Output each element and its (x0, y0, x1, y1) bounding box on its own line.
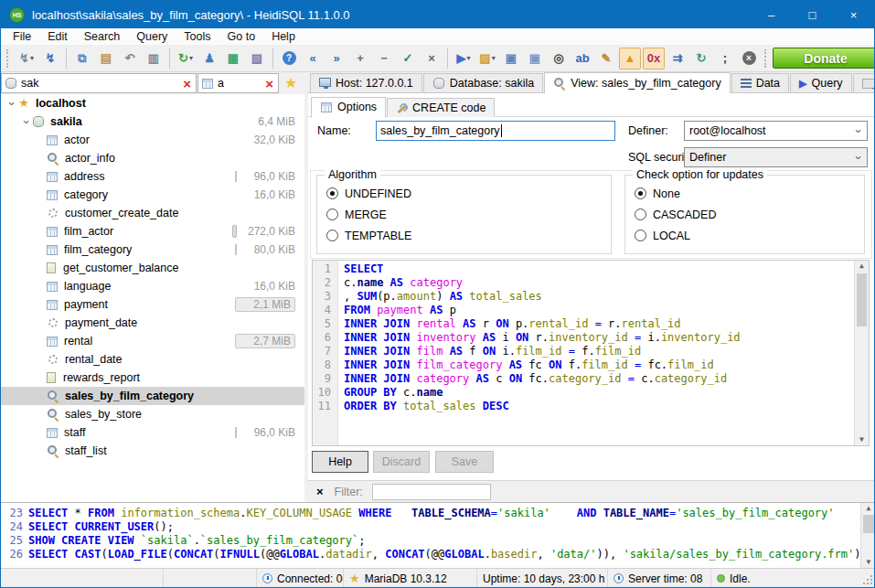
discard-button[interactable]: Discard (373, 451, 430, 473)
radio-undefined[interactable] (326, 187, 338, 199)
load-sql-file-button[interactable]: ▨▾ (476, 48, 498, 69)
last-record-button[interactable]: » (325, 48, 347, 69)
radio-option-temptable[interactable]: TEMPTABLE (326, 229, 611, 242)
tree-node-sakila[interactable]: ›sakila6,4 MiB (1, 112, 304, 131)
radio-merge[interactable] (326, 208, 338, 220)
close-filter-icon[interactable]: × (316, 486, 324, 497)
scroll-down-icon[interactable]: ▼ (855, 434, 869, 445)
insert-record-button[interactable]: + (349, 48, 371, 69)
radio-option-none[interactable]: None (635, 187, 864, 200)
tab-create-code[interactable]: CREATE code (387, 98, 495, 117)
post-changes-button[interactable]: ✓ (397, 48, 419, 69)
minimize-button[interactable]: – (751, 1, 792, 28)
expand-chevron-icon[interactable]: › (6, 98, 18, 109)
title-bar[interactable]: HS localhost\sakila\sales_by_film_catego… (1, 1, 874, 28)
binary-as-hex-button[interactable]: 0x (643, 48, 665, 69)
tab-host-127-0-0-1[interactable]: Host: 127.0.0.1 (310, 73, 422, 92)
session-filter-input[interactable]: sak (17, 77, 181, 90)
menu-file[interactable]: File (5, 29, 39, 44)
tree-node-rental-date[interactable]: rental_date (1, 350, 304, 369)
scroll-up-icon[interactable]: ▲ (855, 261, 869, 272)
tree-node-actor[interactable]: actor32,0 KiB (1, 131, 304, 149)
donate-drag-handle[interactable] (764, 49, 769, 68)
menu-edit[interactable]: Edit (39, 29, 76, 44)
filter-input[interactable] (372, 484, 491, 500)
menu-tools[interactable]: Tools (176, 29, 219, 44)
replace-text-button[interactable]: ab (571, 48, 593, 69)
view-name-input[interactable]: sales_by_film_category (376, 121, 615, 141)
refresh-button[interactable]: ↻▾ (175, 48, 197, 69)
tree-node-staff-list[interactable]: staff_list (1, 442, 304, 460)
delete-record-button[interactable]: − (373, 48, 395, 69)
favorites-star-icon[interactable]: ★ (284, 76, 297, 91)
export-database-button[interactable]: ▦ (222, 48, 244, 69)
print-button[interactable]: ▥ (143, 48, 165, 69)
disconnect-button[interactable]: ↯ (39, 48, 61, 69)
tab-view-sales-by-film-category[interactable]: View: sales_by_film_category (544, 72, 730, 93)
tree-node-address[interactable]: address96,0 KiB (1, 167, 304, 186)
menu-go-to[interactable]: Go to (219, 29, 264, 44)
undo-button[interactable]: ↶ (119, 48, 141, 69)
reconnect-button[interactable]: ↻ (690, 48, 712, 69)
table-filter-box[interactable]: a × (197, 73, 279, 93)
tab-new-session-tab[interactable] (853, 73, 875, 92)
tree-node-localhost[interactable]: ›★localhost (1, 94, 304, 112)
radio-local[interactable] (635, 230, 646, 241)
tab-query[interactable]: ▶Query (790, 73, 852, 92)
resize-grip-handle[interactable] (863, 575, 873, 585)
menu-query[interactable]: Query (128, 29, 176, 44)
tree-node-language[interactable]: language16,0 KiB (1, 277, 304, 295)
bind-parameters-button[interactable]: ⇉ (667, 48, 688, 69)
menu-help[interactable]: Help (263, 29, 304, 44)
close-button[interactable]: × (833, 1, 874, 28)
user-manager-button[interactable]: ♟ (198, 48, 220, 69)
reformat-sql-button[interactable]: ✎ (595, 48, 617, 69)
help-button[interactable]: ? (278, 48, 300, 69)
cancel-editing-button[interactable]: × (421, 48, 443, 69)
save-sql-button[interactable]: ▣ (500, 48, 522, 69)
maximize-button[interactable]: □ (792, 1, 833, 28)
tree-node-film-category[interactable]: film_category80,0 KiB (1, 241, 304, 259)
copy-button[interactable]: ⧉ (71, 48, 93, 69)
radio-option-undefined[interactable]: UNDEFINED (326, 187, 611, 200)
scrollbar-thumb[interactable] (857, 273, 867, 326)
tree-node-rental[interactable]: rental2,7 MiB (1, 332, 304, 350)
toolbar-drag-handle[interactable] (6, 49, 11, 68)
radio-option-merge[interactable]: MERGE (326, 208, 611, 221)
tree-node-category[interactable]: category16,0 KiB (1, 186, 304, 204)
scroll-down-icon[interactable]: ▼ (861, 557, 875, 568)
execute-sql-button[interactable]: ▶▾ (453, 48, 475, 69)
tree-node-rewards-report[interactable]: rewards_report (1, 369, 304, 387)
tree-node-sales-by-store[interactable]: sales_by_store (1, 405, 304, 423)
donate-button[interactable]: Donate (773, 48, 875, 69)
tab-database-sakila[interactable]: Database: sakila (423, 73, 543, 92)
tab-options[interactable]: Options (311, 97, 386, 118)
tree-node-film-actor[interactable]: film_actor272,0 KiB (1, 222, 304, 241)
tree-node-actor-info[interactable]: actor_info (1, 149, 304, 167)
help-button[interactable]: Help (312, 451, 368, 473)
menu-search[interactable]: Search (76, 29, 129, 44)
radio-temptable[interactable] (326, 230, 338, 241)
tree-node-sales-by-film-category[interactable]: sales_by_film_category (1, 387, 304, 405)
stop-query-button[interactable]: × (738, 48, 760, 69)
scrollbar-thumb[interactable] (863, 515, 874, 533)
tree-node-payment-date[interactable]: payment_date (1, 314, 304, 332)
radio-none[interactable] (635, 187, 646, 199)
radio-option-cascaded[interactable]: CASCADED (635, 208, 864, 221)
tab-data[interactable]: Data (731, 73, 789, 92)
data-export-button[interactable]: ▧ (246, 48, 268, 69)
tree-node-staff[interactable]: staff96,0 KiB (1, 423, 304, 442)
warn-dialogs-button[interactable]: ▲ (619, 48, 641, 69)
save-sql-as-button[interactable]: ▣ (524, 48, 546, 69)
session-manager-button[interactable]: ↯▾ (16, 48, 37, 69)
session-filter-box[interactable]: sak × (1, 73, 197, 93)
clear-table-filter-icon[interactable]: × (263, 77, 275, 91)
find-text-button[interactable]: ◎ (548, 48, 570, 69)
save-button[interactable]: Save (435, 451, 494, 473)
table-filter-input[interactable]: a (214, 77, 263, 90)
expand-chevron-icon[interactable]: › (21, 116, 33, 127)
editor-scrollbar[interactable]: ▲ ▼ (854, 261, 869, 445)
sql-editor[interactable]: 1SELECT2c.name AS category3, SUM(p.amoun… (312, 260, 870, 446)
single-queries-button[interactable]: ; (714, 48, 736, 69)
log-scrollbar[interactable]: ▲ ▼ (860, 503, 875, 568)
